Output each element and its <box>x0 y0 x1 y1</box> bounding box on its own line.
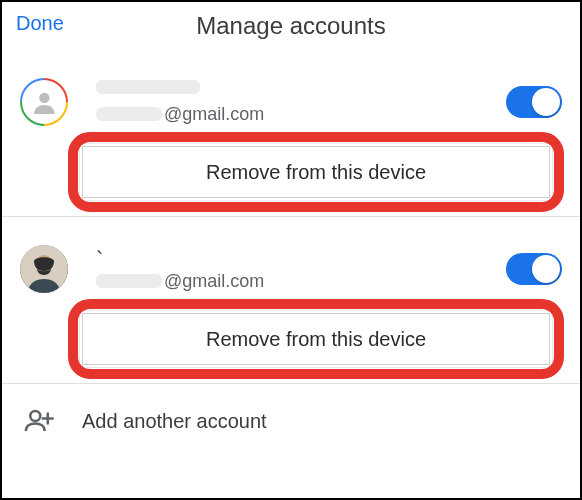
account-name: ` <box>96 247 506 267</box>
person-icon <box>29 87 60 118</box>
page-title: Manage accounts <box>196 12 385 40</box>
account-section: @gmail.com Remove from this device <box>2 50 580 217</box>
svg-point-3 <box>30 411 40 421</box>
account-email: @gmail.com <box>96 104 506 125</box>
add-another-account[interactable]: Add another account <box>2 384 580 446</box>
account-section: ` @gmail.com Remove from this device <box>2 217 580 384</box>
account-toggle[interactable] <box>506 253 562 285</box>
remove-from-device-button[interactable]: Remove from this device <box>82 146 550 198</box>
remove-from-device-button[interactable]: Remove from this device <box>82 313 550 365</box>
account-name <box>96 80 506 100</box>
add-another-account-label: Add another account <box>82 410 267 433</box>
account-email: @gmail.com <box>96 271 506 292</box>
svg-point-0 <box>39 92 49 102</box>
account-toggle[interactable] <box>506 86 562 118</box>
done-button[interactable]: Done <box>16 12 64 35</box>
avatar <box>20 245 68 293</box>
avatar <box>20 78 68 126</box>
person-add-icon <box>24 406 54 436</box>
